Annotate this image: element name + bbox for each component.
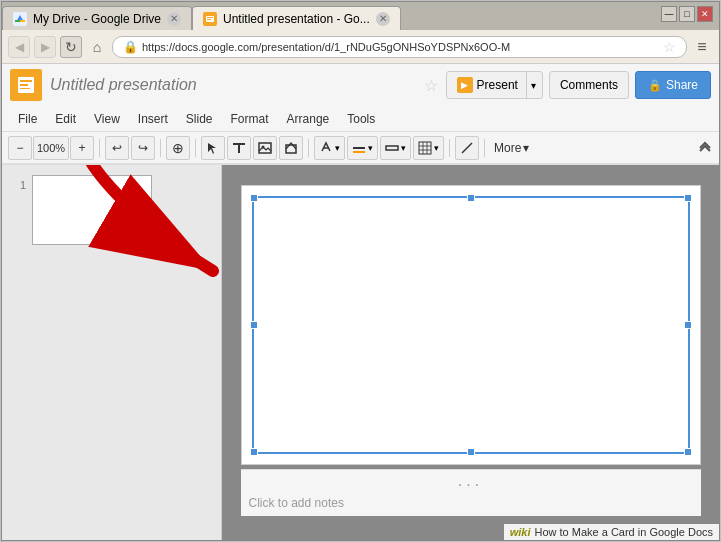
slide-thumbnail-1[interactable] xyxy=(32,175,152,245)
svg-rect-17 xyxy=(386,146,398,150)
svg-rect-1 xyxy=(15,20,20,22)
svg-line-23 xyxy=(462,143,472,153)
line-tool-button[interactable] xyxy=(455,136,479,160)
text-tool-button[interactable] xyxy=(227,136,251,160)
back-button[interactable]: ◀ xyxy=(8,36,30,58)
share-button[interactable]: 🔒 Share xyxy=(635,71,711,99)
cursor-tool-button[interactable] xyxy=(201,136,225,160)
text-box[interactable] xyxy=(252,196,690,454)
menu-arrange[interactable]: Arrange xyxy=(279,110,338,128)
handle-top-right[interactable] xyxy=(684,194,692,202)
separator-5 xyxy=(449,139,450,157)
browser-window: My Drive - Google Drive ✕ Untitled prese… xyxy=(1,1,720,541)
maximize-button[interactable]: □ xyxy=(679,6,695,22)
menu-edit[interactable]: Edit xyxy=(47,110,84,128)
redo-button[interactable]: ↪ xyxy=(131,136,155,160)
separator-1 xyxy=(99,139,100,157)
handle-bottom-center[interactable] xyxy=(467,448,475,456)
image-tool-button[interactable] xyxy=(253,136,277,160)
menu-tools[interactable]: Tools xyxy=(339,110,383,128)
tab-slides-close[interactable]: ✕ xyxy=(376,12,390,26)
separator-3 xyxy=(195,139,196,157)
app-header: Untitled presentation ☆ ▶ Present ▾ Comm… xyxy=(2,64,719,106)
zoom-group: − 100% + xyxy=(8,136,94,160)
browser-menu-button[interactable]: ≡ xyxy=(691,36,713,58)
notes-dots: ··· xyxy=(249,476,693,494)
tab-slides[interactable]: Untitled presentation - Go... ✕ xyxy=(192,6,401,30)
handle-bottom-right[interactable] xyxy=(684,448,692,456)
present-button[interactable]: ▶ Present ▾ xyxy=(446,71,543,99)
line-color-dropdown[interactable]: ▾ xyxy=(347,136,378,160)
tab-drive-close[interactable]: ✕ xyxy=(167,12,181,26)
zoom-fit-button[interactable]: ⊕ xyxy=(166,136,190,160)
notes-area: ··· Click to add notes xyxy=(241,469,701,516)
tab-slides-label: Untitled presentation - Go... xyxy=(223,12,370,26)
menu-view[interactable]: View xyxy=(86,110,128,128)
minimize-button[interactable]: — xyxy=(661,6,677,22)
menu-slide[interactable]: Slide xyxy=(178,110,221,128)
url-bar[interactable]: 🔒 https://docs.google.com/presentation/d… xyxy=(112,36,687,58)
svg-rect-18 xyxy=(419,142,431,154)
border-dropdown[interactable]: ▾ xyxy=(380,136,411,160)
slide-number-1: 1 xyxy=(12,179,26,191)
share-label: Share xyxy=(666,78,698,92)
present-dropdown-icon[interactable]: ▾ xyxy=(526,72,540,98)
presentation-title[interactable]: Untitled presentation xyxy=(50,76,416,94)
header-buttons: ▶ Present ▾ Comments 🔒 Share xyxy=(446,71,711,99)
share-lock-icon: 🔒 xyxy=(648,79,662,92)
notes-placeholder[interactable]: Click to add notes xyxy=(249,496,344,510)
star-icon[interactable]: ☆ xyxy=(663,39,676,55)
slides-favicon xyxy=(203,12,217,26)
menu-insert[interactable]: Insert xyxy=(130,110,176,128)
handle-top-center[interactable] xyxy=(467,194,475,202)
tab-drive[interactable]: My Drive - Google Drive ✕ xyxy=(2,6,192,30)
address-bar: ◀ ▶ ↻ ⌂ 🔒 https://docs.google.com/presen… xyxy=(2,30,719,64)
drive-favicon xyxy=(13,12,27,26)
comments-button[interactable]: Comments xyxy=(549,71,629,99)
more-button[interactable]: More ▾ xyxy=(490,139,533,157)
undo-button[interactable]: ↩ xyxy=(105,136,129,160)
svg-rect-12 xyxy=(259,143,271,153)
forward-button[interactable]: ▶ xyxy=(34,36,56,58)
wiki-brand: wiki xyxy=(510,526,531,538)
comments-label: Comments xyxy=(560,78,618,92)
menu-format[interactable]: Format xyxy=(223,110,277,128)
shape-tool-button[interactable] xyxy=(279,136,303,160)
handle-middle-right[interactable] xyxy=(684,321,692,329)
zoom-plus-button[interactable]: + xyxy=(70,136,94,160)
title-bar: My Drive - Google Drive ✕ Untitled prese… xyxy=(2,2,719,64)
window-controls: — □ ✕ xyxy=(661,6,713,22)
svg-rect-15 xyxy=(353,147,365,149)
slide-canvas[interactable] xyxy=(241,185,701,465)
app-toolbar: Untitled presentation ☆ ▶ Present ▾ Comm… xyxy=(2,64,719,165)
fill-color-dropdown[interactable]: ▾ xyxy=(314,136,345,160)
handle-middle-left[interactable] xyxy=(250,321,258,329)
table-dropdown[interactable]: ▾ xyxy=(413,136,444,160)
editing-area: ··· Click to add notes wiki How to Make … xyxy=(222,165,719,540)
svg-rect-5 xyxy=(207,19,211,20)
svg-rect-11 xyxy=(238,143,240,153)
present-main: ▶ Present xyxy=(449,77,526,93)
handle-bottom-left[interactable] xyxy=(250,448,258,456)
svg-rect-8 xyxy=(20,84,28,86)
svg-rect-16 xyxy=(353,151,365,153)
main-content: 1 xyxy=(2,165,719,540)
menu-file[interactable]: File xyxy=(10,110,45,128)
collapse-button[interactable] xyxy=(697,138,713,157)
app-icon xyxy=(10,69,42,101)
home-button[interactable]: ⌂ xyxy=(86,36,108,58)
close-button[interactable]: ✕ xyxy=(697,6,713,22)
handle-top-left[interactable] xyxy=(250,194,258,202)
url-text: https://docs.google.com/presentation/d/1… xyxy=(142,41,659,53)
zoom-minus-button[interactable]: − xyxy=(8,136,32,160)
refresh-button[interactable]: ↻ xyxy=(60,36,82,58)
format-toolbar: − 100% + ↩ ↪ ⊕ xyxy=(2,132,719,164)
svg-rect-14 xyxy=(286,145,296,153)
title-star-icon[interactable]: ☆ xyxy=(424,76,438,95)
watermark-text: How to Make a Card in Google Docs xyxy=(534,526,713,538)
svg-rect-7 xyxy=(20,80,32,82)
watermark: wiki How to Make a Card in Google Docs xyxy=(504,524,719,540)
svg-rect-2 xyxy=(20,20,25,22)
tab-drive-label: My Drive - Google Drive xyxy=(33,12,161,26)
svg-rect-4 xyxy=(207,17,213,18)
